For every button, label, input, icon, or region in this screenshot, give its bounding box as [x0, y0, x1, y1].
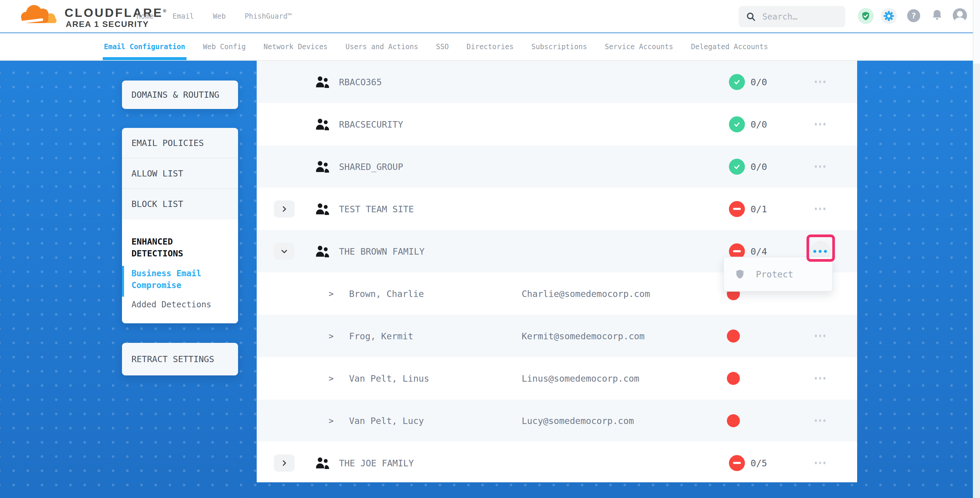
- check-icon: [733, 78, 741, 86]
- protected-count: 0/1: [751, 204, 767, 214]
- member-name: Brown, Charlie: [349, 288, 424, 299]
- tab-sso[interactable]: SSO: [436, 33, 449, 60]
- sidebar-item-label: RETRACT SETTINGS: [132, 354, 214, 364]
- member-name: Van Pelt, Lucy: [349, 415, 424, 426]
- table-row-member: > Van Pelt, Lucy Lucy@somedemocorp.com: [257, 399, 857, 442]
- search-input[interactable]: [762, 11, 833, 22]
- row-menu-button[interactable]: [813, 80, 827, 84]
- sidebar-item-label: Business Email Compromise: [132, 269, 201, 290]
- group-users-icon: [315, 456, 331, 470]
- protection-status-button[interactable]: [858, 8, 874, 24]
- notifications-bell-icon[interactable]: [930, 8, 944, 22]
- search-icon: [746, 11, 756, 22]
- tab-web-config[interactable]: Web Config: [203, 33, 246, 60]
- minus-icon: [733, 208, 741, 210]
- protected-count: 0/4: [751, 246, 767, 257]
- row-menu-button[interactable]: [813, 207, 827, 211]
- collapse-group-button[interactable]: [274, 243, 294, 260]
- status-check-badge: [729, 159, 745, 175]
- nav-item-phishguard[interactable]: PhishGuard™: [245, 12, 292, 21]
- sidebar-item-email-policies[interactable]: EMAIL POLICIES: [122, 128, 238, 158]
- user-avatar[interactable]: [953, 8, 967, 22]
- table-row-member: > Van Pelt, Linus Linus@somedemocorp.com: [257, 357, 857, 399]
- minus-icon: [733, 250, 741, 252]
- nav-item-home[interactable]: Home: [137, 12, 154, 21]
- sidebar-section-enhanced-detections: ENHANCED DETECTIONS Business Email Compr…: [122, 219, 238, 323]
- group-users-icon: [315, 118, 331, 131]
- tab-delegated-accounts[interactable]: Delegated Accounts: [691, 33, 768, 60]
- status-check-badge: [729, 116, 745, 132]
- sidebar-item-retract-settings[interactable]: RETRACT SETTINGS: [122, 343, 238, 375]
- tab-users-and-actions[interactable]: Users and Actions: [345, 33, 418, 60]
- member-name: Frog, Kermit: [349, 331, 413, 341]
- expand-group-button[interactable]: [274, 200, 294, 218]
- sidebar-item-allow-list[interactable]: ALLOW LIST: [122, 158, 238, 189]
- sidebar-item-label: BLOCK LIST: [132, 199, 183, 209]
- member-email: Charlie@somedemocorp.com: [522, 288, 650, 299]
- settings-button[interactable]: [881, 8, 897, 24]
- tab-subscriptions[interactable]: Subscriptions: [531, 33, 587, 60]
- group-name: RBACSECURITY: [339, 119, 403, 129]
- active-indicator-bar: [122, 266, 124, 297]
- gear-icon: [883, 10, 894, 22]
- chevron-right-icon: [280, 459, 288, 467]
- row-menu-button[interactable]: [813, 419, 827, 423]
- group-users-icon: [315, 202, 331, 216]
- chevron-down-icon: [280, 248, 288, 255]
- member-caret-icon[interactable]: >: [329, 373, 334, 383]
- cloudflare-logo-icon: [15, 2, 63, 28]
- sidebar-item-label: ALLOW LIST: [132, 169, 183, 178]
- protected-count: 0/0: [751, 161, 767, 172]
- nav-item-web[interactable]: Web: [213, 12, 226, 21]
- sidebar-item-label: Added Detections: [132, 300, 212, 309]
- sidebar-item-added-detections[interactable]: Added Detections: [122, 300, 238, 309]
- sidebar-item-business-email-compromise[interactable]: Business Email Compromise: [122, 268, 220, 291]
- table-row-group: THE JOE FAMILY 0/5: [257, 442, 857, 484]
- expand-group-button[interactable]: [274, 455, 294, 472]
- status-blocked-badge: [729, 455, 745, 471]
- search-box[interactable]: [739, 6, 845, 27]
- status-check-badge: [729, 74, 745, 90]
- minus-icon: [733, 462, 741, 464]
- table-row-group: RBACO365 0/0: [257, 61, 857, 103]
- status-dot-unprotected: [727, 414, 740, 427]
- config-tab-bar: Email Configuration Web Config Network D…: [0, 33, 980, 61]
- row-menu-button[interactable]: [813, 334, 827, 338]
- group-users-icon: [315, 245, 331, 258]
- sidebar-item-block-list[interactable]: BLOCK LIST: [122, 189, 238, 220]
- row-menu-button[interactable]: [813, 377, 827, 380]
- group-name: THE BROWN FAMILY: [339, 246, 425, 256]
- menu-item-protect[interactable]: Protect: [756, 269, 793, 280]
- member-caret-icon[interactable]: >: [329, 289, 334, 298]
- sidebar-item-label: DOMAINS & ROUTING: [132, 90, 220, 100]
- help-button[interactable]: ?: [907, 9, 920, 22]
- tab-network-devices[interactable]: Network Devices: [264, 33, 328, 60]
- member-caret-icon[interactable]: >: [329, 416, 334, 425]
- member-email: Lucy@somedemocorp.com: [522, 415, 634, 426]
- member-caret-icon[interactable]: >: [329, 331, 334, 341]
- shield-icon: [735, 268, 745, 280]
- group-name: THE JOE FAMILY: [339, 458, 414, 468]
- row-menu-button[interactable]: [813, 123, 827, 126]
- row-menu-button[interactable]: [813, 165, 827, 169]
- member-email: Kermit@somedemocorp.com: [522, 331, 644, 341]
- top-nav: Home Email Web PhishGuard™: [137, 0, 292, 33]
- group-name: SHARED_GROUP: [339, 161, 403, 172]
- table-row-member: > Frog, Kermit Kermit@somedemocorp.com: [257, 315, 857, 357]
- nav-item-email[interactable]: Email: [173, 12, 194, 21]
- chevron-right-icon: [280, 205, 288, 213]
- sidebar-item-domains-routing[interactable]: DOMAINS & ROUTING: [122, 81, 238, 109]
- app-screen: CLOUDFLARE® AREA 1 SECURITY Home Email W…: [0, 0, 980, 498]
- tab-service-accounts[interactable]: Service Accounts: [605, 33, 673, 60]
- question-icon: ?: [911, 11, 916, 21]
- sidebar-policies-card: EMAIL POLICIES ALLOW LIST BLOCK LIST ENH…: [122, 128, 238, 323]
- page-scrollbar[interactable]: [973, 0, 980, 498]
- scrollbar-thumb[interactable]: [974, 0, 980, 64]
- status-dot-unprotected: [727, 372, 740, 385]
- row-context-menu: Protect: [723, 257, 833, 292]
- tab-email-configuration[interactable]: Email Configuration: [104, 33, 185, 60]
- protected-count: 0/5: [751, 458, 767, 468]
- status-blocked-badge: [729, 201, 745, 217]
- tab-directories[interactable]: Directories: [467, 33, 514, 60]
- row-menu-button[interactable]: [813, 461, 827, 465]
